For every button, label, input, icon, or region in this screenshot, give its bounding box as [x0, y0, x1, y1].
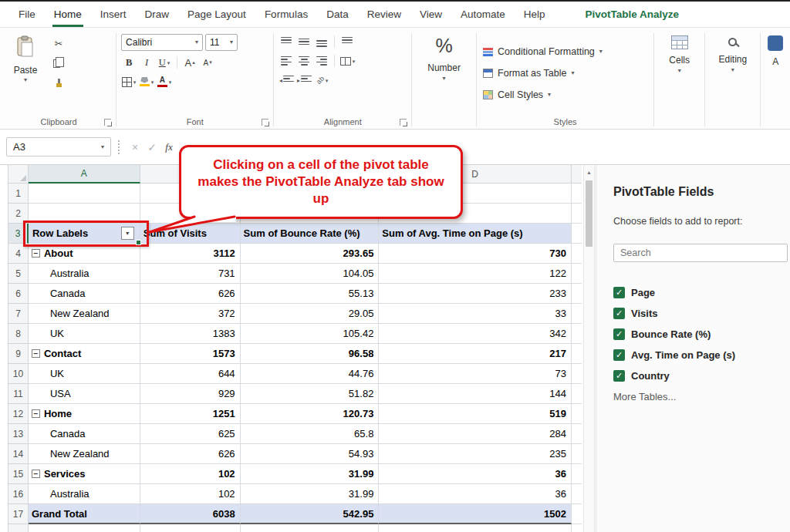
tab-file[interactable]: File	[9, 2, 45, 27]
pivot-label-cell[interactable]: − USA	[29, 384, 140, 404]
formula-bar-splitter[interactable]	[118, 140, 120, 154]
name-box[interactable]: A3 ▾	[6, 137, 111, 157]
row-header[interactable]: 5	[8, 264, 29, 284]
font-dialog-launcher-icon[interactable]	[262, 119, 268, 126]
decrease-indent-button[interactable]: ◂	[279, 72, 294, 88]
cut-button[interactable]: ✂	[51, 35, 66, 51]
number-format-button[interactable]: % Number ▾	[415, 29, 473, 129]
pivot-visits-cell[interactable]: 731	[140, 264, 241, 284]
pivot-time-cell[interactable]: 36	[379, 484, 572, 504]
orientation-button[interactable]: ab▾	[314, 72, 329, 88]
pivot-label-cell[interactable]: − Contact	[29, 344, 140, 364]
tab-help[interactable]: Help	[515, 2, 555, 27]
pivot-bounce-cell[interactable]: 31.99	[241, 484, 380, 504]
cells-button[interactable]: Cells ▾	[657, 29, 701, 129]
checkbox-checked[interactable]: ✓	[613, 370, 625, 382]
cell[interactable]	[572, 324, 582, 344]
tab-page-layout[interactable]: Page Layout	[178, 2, 255, 27]
merge-center-button[interactable]: ▾	[339, 53, 355, 69]
checkbox-checked[interactable]: ✓	[613, 349, 625, 361]
pivot-visits-cell[interactable]: 929	[140, 384, 241, 404]
pivot-label-cell[interactable]: − Australia	[29, 484, 140, 504]
row-header[interactable]: 7	[8, 304, 29, 324]
tab-automate[interactable]: Automate	[451, 2, 515, 27]
tab-data[interactable]: Data	[317, 2, 358, 27]
fill-color-button[interactable]: ▾	[139, 74, 154, 89]
pivot-label-cell[interactable]: − Home	[29, 404, 140, 424]
row-header[interactable]: 11	[8, 384, 29, 404]
format-painter-button[interactable]	[51, 76, 66, 91]
tab-pivottable-analyze[interactable]: PivotTable Analyze	[576, 2, 689, 27]
field-item[interactable]: ✓ Country	[613, 365, 790, 386]
increase-font-size-button[interactable]: A▴	[182, 55, 198, 70]
tab-insert[interactable]: Insert	[91, 2, 136, 27]
pivot-bounce-cell[interactable]: 65.8	[241, 424, 380, 444]
checkbox-checked[interactable]: ✓	[613, 287, 625, 298]
cell[interactable]	[572, 364, 582, 384]
row-header[interactable]: 15	[8, 464, 29, 484]
insert-function-button[interactable]: fx	[160, 139, 177, 156]
tab-formulas[interactable]: Formulas	[255, 2, 317, 27]
cell[interactable]	[572, 404, 582, 424]
pivot-bounce-cell[interactable]: 96.58	[241, 344, 380, 364]
cell[interactable]	[572, 384, 582, 404]
vertical-scrollbar[interactable]: ▲	[583, 165, 595, 532]
cell[interactable]	[572, 484, 582, 504]
pivot-time-cell[interactable]: 519	[379, 404, 572, 424]
align-right-button[interactable]	[314, 53, 329, 69]
row-header[interactable]: 1	[8, 184, 29, 204]
increase-indent-button[interactable]: ▸	[296, 72, 312, 88]
pivot-label-cell[interactable]: − New Zealand	[29, 304, 140, 324]
pivot-visits-cell[interactable]: 3112	[140, 244, 241, 264]
row-header[interactable]: 9	[8, 344, 29, 364]
align-bottom-button[interactable]	[314, 34, 329, 49]
row-header[interactable]: 13	[8, 424, 29, 444]
pivot-visits-cell[interactable]: 1383	[140, 324, 241, 344]
select-all-corner[interactable]	[8, 165, 29, 184]
cell[interactable]	[572, 444, 582, 464]
cell[interactable]	[29, 184, 140, 204]
pivot-bounce-cell[interactable]: 104.05	[241, 264, 380, 284]
underline-button[interactable]: U▾	[157, 55, 172, 70]
cell[interactable]	[572, 344, 582, 364]
collapse-icon[interactable]: −	[32, 470, 40, 478]
pivot-visits-cell[interactable]: 102	[140, 484, 241, 504]
pivot-bounce-cell[interactable]: 44.76	[241, 364, 380, 384]
pivot-time-cell[interactable]: 36	[379, 464, 572, 484]
italic-button[interactable]: I	[139, 55, 154, 70]
pivot-bounce-cell[interactable]: 55.13	[241, 284, 380, 304]
pivot-bounce-cell[interactable]: 29.05	[241, 304, 380, 324]
cell[interactable]	[572, 504, 582, 524]
tab-draw[interactable]: Draw	[136, 2, 179, 27]
pivot-label-cell[interactable]: − Services	[29, 464, 140, 484]
cell[interactable]	[29, 524, 140, 532]
pivot-bounce-cell[interactable]: 31.99	[241, 464, 380, 484]
decrease-font-size-button[interactable]: A▾	[200, 55, 215, 70]
row-header[interactable]	[8, 524, 29, 532]
font-name-select[interactable]: Calibri▾	[121, 34, 203, 51]
cell-styles-button[interactable]: Cell Styles ▾	[480, 86, 650, 104]
tab-review[interactable]: Review	[358, 2, 410, 27]
row-header[interactable]: 16	[8, 484, 29, 504]
checkbox-checked[interactable]: ✓	[613, 328, 625, 340]
pivot-time-cell[interactable]: 144	[379, 384, 572, 404]
cell[interactable]	[572, 524, 582, 532]
pivot-visits-cell[interactable]: 6038	[140, 504, 241, 524]
align-left-button[interactable]	[279, 53, 294, 69]
collapse-icon[interactable]: −	[32, 249, 40, 258]
pivot-label-cell[interactable]: − New Zealand	[29, 444, 140, 464]
cancel-entry-button[interactable]: ×	[127, 139, 143, 156]
tab-home[interactable]: Home	[45, 2, 91, 27]
field-item[interactable]: ✓ Visits	[613, 303, 790, 324]
conditional-formatting-button[interactable]: Conditional Formatting ▾	[480, 42, 650, 61]
alignment-dialog-launcher-icon[interactable]	[400, 119, 407, 126]
collapse-icon[interactable]: −	[32, 349, 40, 358]
pivot-visits-cell[interactable]: 626	[140, 444, 241, 464]
pivot-time-cell[interactable]: 235	[379, 444, 572, 464]
checkbox-checked[interactable]: ✓	[613, 308, 625, 319]
cell[interactable]	[572, 304, 582, 324]
pivot-bounce-cell[interactable]: 105.42	[241, 324, 380, 344]
cutoff-button[interactable]: A	[764, 29, 787, 129]
pivot-label-cell[interactable]: − UK	[29, 364, 140, 384]
row-header[interactable]: 10	[8, 364, 29, 384]
